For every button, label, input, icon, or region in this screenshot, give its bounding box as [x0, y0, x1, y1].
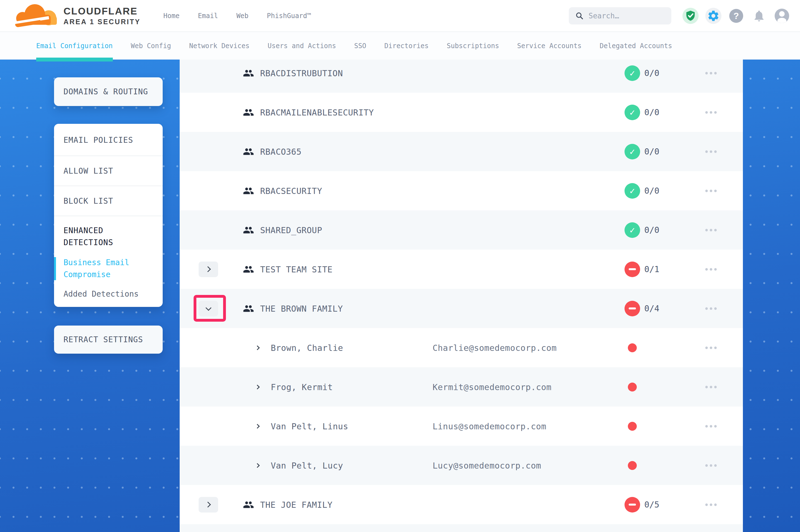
chevron-right-icon[interactable]	[255, 345, 260, 350]
status-badge: ✓	[624, 144, 640, 159]
tab-directories[interactable]: Directories	[384, 32, 429, 59]
member-name: Frog, Kermit	[271, 382, 333, 392]
tab-service-accounts[interactable]: Service Accounts	[517, 32, 582, 59]
status-badge: ✓	[624, 222, 640, 238]
nav-item-home[interactable]: Home	[164, 12, 180, 20]
search-box[interactable]	[569, 7, 671, 24]
group-people-icon	[242, 264, 255, 275]
row-menu-button[interactable]	[705, 72, 717, 74]
tab-sso[interactable]: SSO	[354, 32, 366, 59]
settings-gear-icon[interactable]	[705, 8, 722, 24]
check-icon: ✓	[630, 225, 635, 235]
page-content: DOMAINS & ROUTING EMAIL POLICIES ALLOW L…	[0, 59, 800, 532]
status-badge: ✓	[624, 183, 640, 199]
row-menu-button[interactable]	[705, 464, 717, 467]
help-icon[interactable]: ?	[728, 8, 744, 24]
group-member-list: RBACDISTRUBUTION ✓ 0/0 RBACMAILENABLESEC…	[180, 59, 743, 532]
group-name: THE JOE FAMILY	[260, 500, 332, 510]
status-count: 0/5	[644, 500, 659, 510]
group-people-icon	[242, 185, 255, 196]
tab-delegated-accounts[interactable]: Delegated Accounts	[600, 32, 672, 59]
status-cell: ✓ 0/0	[624, 104, 659, 120]
notifications-bell-icon[interactable]	[751, 8, 767, 24]
member-name: Van Pelt, Linus	[271, 421, 348, 431]
groups-panel: RBACDISTRUBUTION ✓ 0/0 RBACMAILENABLESEC…	[180, 59, 743, 532]
row-menu-button[interactable]	[705, 111, 717, 114]
sidebar-email-policies-card: EMAIL POLICIES ALLOW LIST BLOCK LIST ENH…	[54, 124, 163, 307]
check-icon: ✓	[630, 146, 635, 157]
header-nav: Home Email Web PhishGuard™	[164, 12, 311, 20]
logo-title: CLOUDFLARE	[63, 5, 141, 17]
sidebar-item-domains-routing[interactable]: DOMAINS & ROUTING	[54, 77, 163, 106]
status-badge	[624, 497, 640, 513]
row-menu-button[interactable]	[705, 504, 717, 506]
member-email: Lucy@somedemocorp.com	[433, 460, 541, 470]
sidebar-item-enhanced-detections[interactable]: ENHANCED DETECTIONS	[63, 225, 136, 249]
chevron-icon	[205, 502, 211, 508]
status-cell: 0/5	[624, 497, 659, 513]
sidebar-enhanced-detections-group: ENHANCED DETECTIONS Business Email Compr…	[54, 216, 163, 300]
status-badge: ✓	[624, 104, 640, 120]
sidebar-item-added-detections[interactable]: Added Detections	[63, 288, 142, 300]
sidebar-item-allow-list[interactable]: ALLOW LIST	[54, 156, 163, 186]
sidebar-item-block-list[interactable]: BLOCK LIST	[54, 186, 163, 216]
row-menu-button[interactable]	[705, 346, 717, 349]
row-menu-button[interactable]	[705, 189, 717, 192]
group-name: THE BROWN FAMILY	[260, 304, 343, 313]
row-menu-button[interactable]	[705, 307, 717, 310]
nav-item-email[interactable]: Email	[198, 12, 218, 20]
status-cell	[624, 383, 640, 392]
status-cell	[624, 343, 640, 352]
tab-subscriptions[interactable]: Subscriptions	[447, 32, 499, 59]
group-row: RBACDISTRUBUTION ✓ 0/0	[180, 59, 743, 93]
member-email: Charlie@somedemocorp.com	[433, 343, 557, 353]
status-cell: ✓ 0/0	[624, 183, 659, 199]
check-icon: ✓	[630, 68, 635, 78]
row-menu-button[interactable]	[705, 425, 717, 428]
member-row: Van Pelt, Linus Linus@somedemocorp.com	[180, 406, 743, 446]
row-menu-button[interactable]	[705, 229, 717, 231]
status-count: 0/0	[644, 68, 659, 78]
nav-item-web[interactable]: Web	[236, 12, 249, 20]
status-cell: 0/4	[624, 301, 659, 316]
tab-users-and-actions[interactable]: Users and Actions	[268, 32, 336, 59]
chevron-right-icon[interactable]	[255, 384, 260, 389]
tab-web-config[interactable]: Web Config	[131, 32, 171, 59]
flag-dot-icon	[628, 461, 637, 470]
member-name: Van Pelt, Lucy	[271, 460, 343, 470]
security-shield-icon[interactable]	[683, 8, 698, 24]
member-row: Frog, Kermit Kermit@somedemocorp.com	[180, 367, 743, 406]
row-menu-button[interactable]	[705, 150, 717, 153]
account-icon[interactable]	[774, 8, 790, 24]
status-count: 0/0	[644, 108, 659, 117]
sidebar-item-business-email-compromise[interactable]: Business Email Compromise	[63, 256, 142, 281]
row-menu-button[interactable]	[705, 386, 717, 388]
group-row: THE BROWN FAMILY 0/4	[180, 289, 743, 328]
status-cell: 0/1	[624, 262, 659, 277]
table-row-partial	[180, 524, 743, 532]
group-people-icon	[242, 68, 255, 79]
expand-button[interactable]	[199, 262, 218, 277]
sidebar-item-email-policies[interactable]: EMAIL POLICIES	[54, 125, 163, 156]
chevron-right-icon[interactable]	[255, 424, 260, 429]
search-input[interactable]	[588, 12, 665, 20]
group-name: RBACDISTRUBUTION	[260, 68, 343, 78]
expand-button[interactable]	[199, 497, 218, 513]
member-email: Kermit@somedemocorp.com	[433, 382, 551, 392]
chevron-right-icon[interactable]	[255, 463, 260, 468]
tab-network-devices[interactable]: Network Devices	[189, 32, 250, 59]
group-row: TEST TEAM SITE 0/1	[180, 250, 743, 289]
chevron-icon	[205, 266, 211, 272]
status-badge	[624, 301, 640, 316]
status-badge	[624, 262, 640, 277]
status-cell	[624, 461, 640, 470]
sidebar-item-retract-settings[interactable]: RETRACT SETTINGS	[54, 325, 163, 354]
tab-email-configuration[interactable]: Email Configuration	[36, 32, 113, 59]
search-icon	[576, 11, 584, 21]
nav-item-phishguard[interactable]: PhishGuard™	[267, 12, 311, 20]
member-row: Brown, Charlie Charlie@somedemocorp.com	[180, 328, 743, 367]
status-cell	[624, 422, 640, 431]
status-cell: ✓ 0/0	[624, 144, 659, 159]
group-people-icon	[242, 499, 255, 510]
row-menu-button[interactable]	[705, 268, 717, 270]
